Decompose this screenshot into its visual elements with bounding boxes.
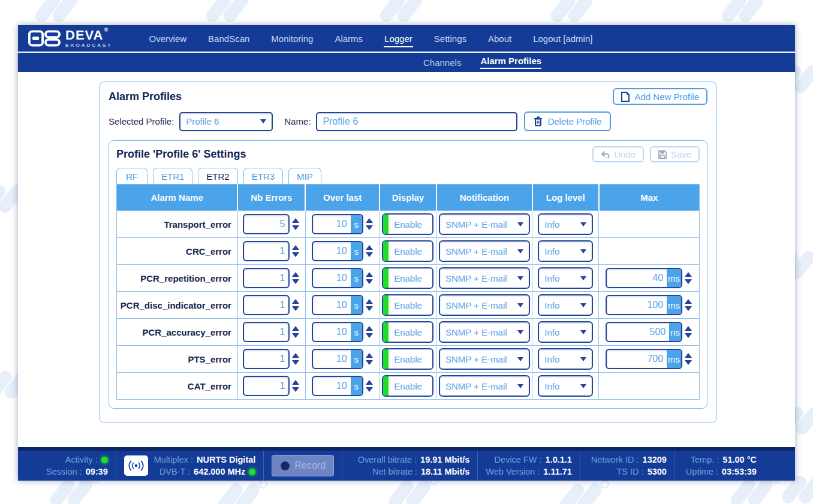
max-spinner[interactable]: 40ms [606, 268, 692, 288]
nb-errors-spinner[interactable]: 1 [243, 322, 300, 342]
spinner-down-icon[interactable] [366, 306, 373, 311]
max-spinner-arrows[interactable] [684, 299, 692, 311]
spinner-up-icon[interactable] [366, 380, 373, 385]
max-spinner-arrows[interactable] [684, 353, 692, 365]
log-level-select[interactable]: Info [538, 213, 593, 235]
over-last-spinner[interactable]: 10s [312, 295, 374, 315]
over-last-spinner-value[interactable]: 10 [313, 354, 351, 364]
log-level-select[interactable]: Info [538, 321, 593, 343]
subnav-item-alarm-profiles[interactable]: Alarm Profiles [480, 56, 541, 69]
max-spinner-value[interactable]: 500 [607, 327, 669, 337]
max-spinner[interactable]: 700ms [606, 349, 692, 369]
spinner-up-icon[interactable] [292, 353, 299, 358]
display-enable-button[interactable]: Enable [382, 267, 433, 289]
spinner-down-icon[interactable] [292, 333, 299, 338]
tab-etr1[interactable]: ETR1 [153, 168, 192, 184]
notification-select[interactable]: SNMP + E-mail [439, 213, 530, 235]
nb-errors-spinner[interactable]: 1 [243, 376, 300, 396]
nav-item-alarms[interactable]: Alarms [334, 30, 363, 47]
notification-select[interactable]: SNMP + E-mail [439, 348, 530, 370]
nb-errors-spinner-value[interactable]: 1 [244, 327, 288, 337]
over-last-spinner-value[interactable]: 10 [313, 273, 351, 283]
spinner-up-icon[interactable] [366, 245, 373, 250]
add-new-profile-button[interactable]: Add New Profile [613, 88, 707, 105]
nb-errors-spinner[interactable]: 1 [243, 241, 300, 261]
nav-item-monitoring[interactable]: Monitoring [270, 30, 314, 47]
display-enable-button[interactable]: Enable [382, 321, 433, 343]
nb-errors-spinner-value[interactable]: 1 [244, 354, 288, 364]
spinner-up-icon[interactable] [292, 299, 299, 304]
log-level-select[interactable]: Info [538, 267, 593, 289]
spinner-up-icon[interactable] [685, 272, 692, 277]
nb-errors-spinner-arrows[interactable] [291, 272, 300, 284]
spinner-down-icon[interactable] [685, 360, 692, 365]
spinner-up-icon[interactable] [292, 380, 299, 385]
over-last-spinner-value[interactable]: 10 [313, 246, 351, 256]
profile-select[interactable]: Profile 6 [179, 112, 273, 131]
spinner-down-icon[interactable] [366, 387, 373, 392]
nb-errors-spinner-value[interactable]: 1 [244, 381, 288, 391]
nb-errors-spinner-value[interactable]: 1 [244, 246, 288, 256]
max-spinner-value[interactable]: 100 [607, 300, 667, 310]
over-last-spinner-value[interactable]: 10 [313, 219, 351, 230]
undo-button[interactable]: Undo [592, 146, 644, 162]
over-last-spinner[interactable]: 10s [312, 376, 374, 396]
nb-errors-spinner-value[interactable]: 1 [244, 273, 288, 283]
max-spinner[interactable]: 100ms [606, 295, 692, 315]
spinner-down-icon[interactable] [685, 333, 692, 338]
nb-errors-spinner[interactable]: 5 [243, 214, 300, 234]
max-spinner[interactable]: 500ns [606, 322, 692, 342]
display-enable-button[interactable]: Enable [382, 213, 433, 235]
over-last-spinner[interactable]: 10s [312, 241, 374, 261]
over-last-spinner-arrows[interactable] [365, 245, 374, 257]
spinner-up-icon[interactable] [292, 245, 299, 250]
subnav-item-channels[interactable]: Channels [423, 58, 461, 68]
delete-profile-button[interactable]: Delete Profile [524, 111, 611, 131]
max-spinner-arrows[interactable] [684, 326, 692, 338]
spinner-up-icon[interactable] [685, 353, 692, 358]
spinner-up-icon[interactable] [366, 353, 373, 358]
nb-errors-spinner-arrows[interactable] [291, 218, 300, 230]
over-last-spinner-value[interactable]: 10 [313, 327, 351, 337]
over-last-spinner-value[interactable]: 10 [313, 381, 351, 391]
nav-item-bandscan[interactable]: BandScan [207, 30, 250, 47]
tab-etr3[interactable]: ETR3 [243, 168, 283, 184]
spinner-up-icon[interactable] [292, 272, 299, 277]
spinner-up-icon[interactable] [366, 326, 373, 331]
max-spinner-arrows[interactable] [684, 272, 692, 284]
nb-errors-spinner-arrows[interactable] [291, 326, 300, 338]
spinner-down-icon[interactable] [366, 360, 373, 365]
over-last-spinner-arrows[interactable] [365, 272, 374, 284]
over-last-spinner-arrows[interactable] [365, 299, 374, 311]
display-enable-button[interactable]: Enable [382, 375, 433, 397]
notification-select[interactable]: SNMP + E-mail [439, 294, 530, 316]
tab-rf[interactable]: RF [116, 168, 147, 184]
over-last-spinner-value[interactable]: 10 [313, 300, 351, 310]
nb-errors-spinner[interactable]: 1 [243, 349, 300, 369]
max-spinner-value[interactable]: 40 [607, 273, 667, 283]
display-enable-button[interactable]: Enable [382, 294, 433, 316]
spinner-up-icon[interactable] [685, 326, 692, 331]
tab-mip[interactable]: MIP [288, 168, 321, 184]
notification-select[interactable]: SNMP + E-mail [439, 321, 530, 343]
log-level-select[interactable]: Info [538, 240, 593, 262]
spinner-down-icon[interactable] [366, 279, 373, 284]
save-button[interactable]: Save [650, 146, 700, 162]
nav-item-about[interactable]: About [487, 30, 512, 47]
nav-item-logger[interactable]: Logger [384, 30, 413, 47]
over-last-spinner[interactable]: 10s [312, 322, 374, 342]
nb-errors-spinner[interactable]: 1 [243, 268, 300, 288]
spinner-up-icon[interactable] [292, 326, 299, 331]
over-last-spinner-arrows[interactable] [365, 353, 374, 365]
notification-select[interactable]: SNMP + E-mail [439, 240, 530, 262]
display-enable-button[interactable]: Enable [382, 240, 433, 262]
spinner-up-icon[interactable] [366, 218, 373, 223]
spinner-down-icon[interactable] [685, 306, 692, 311]
spinner-up-icon[interactable] [685, 299, 692, 304]
log-level-select[interactable]: Info [538, 375, 593, 397]
spinner-down-icon[interactable] [292, 387, 299, 392]
tab-etr2[interactable]: ETR2 [198, 168, 237, 184]
nb-errors-spinner-arrows[interactable] [291, 299, 300, 311]
spinner-up-icon[interactable] [366, 272, 373, 277]
nb-errors-spinner-arrows[interactable] [291, 245, 300, 257]
